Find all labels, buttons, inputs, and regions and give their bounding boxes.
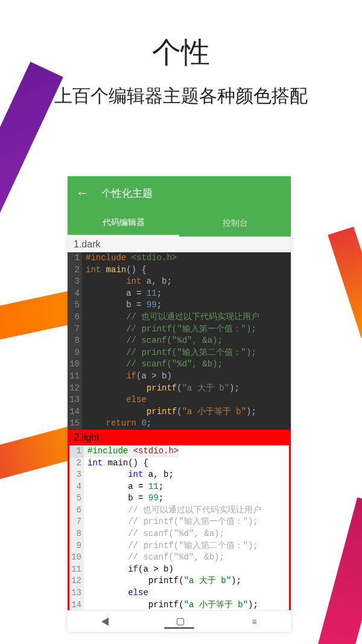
line-number: 15: [68, 418, 82, 430]
theme-dark-section: 1.dark 1#include <stdio.h> 2int main() {…: [68, 237, 291, 430]
tab-code-editor[interactable]: 代码编辑器: [68, 210, 179, 237]
theme-light-section: 2.light 1#include <stdio.h> 2int main() …: [68, 430, 291, 625]
line-number: 6: [69, 505, 84, 517]
theme-dark-label[interactable]: 1.dark: [68, 237, 291, 252]
line-number: 14: [68, 406, 82, 418]
line-number: 13: [68, 394, 82, 406]
line-number: 11: [68, 371, 82, 383]
theme-light-label[interactable]: 2.light: [68, 430, 291, 445]
line-number: 12: [69, 575, 84, 587]
line-number: 3: [69, 469, 84, 481]
line-number: 3: [68, 276, 82, 288]
line-number: 10: [68, 359, 82, 371]
code-dark: 1#include <stdio.h> 2int main() { 3 int …: [68, 252, 291, 430]
line-number: 8: [68, 335, 82, 347]
line-number: 13: [69, 587, 84, 599]
tab-bar: 代码编辑器 控制台: [68, 210, 291, 237]
line-number: 4: [68, 288, 82, 300]
tab-console[interactable]: 控制台: [179, 210, 291, 237]
line-number: 14: [69, 599, 84, 611]
line-number: 9: [69, 540, 84, 552]
line-number: 9: [68, 347, 82, 359]
promo-title: 个性: [0, 33, 362, 72]
promo-subtitle: 上百个编辑器主题各种颜色搭配: [0, 84, 362, 109]
nav-back-icon[interactable]: [101, 617, 109, 626]
nav-recent-icon[interactable]: ≡: [252, 617, 257, 626]
back-icon[interactable]: ←: [76, 185, 89, 201]
line-number: 7: [69, 516, 84, 528]
line-number: 7: [68, 324, 82, 336]
code-light: 1#include <stdio.h> 2int main() { 3 int …: [68, 445, 291, 625]
decoration-orange-2: [328, 226, 362, 338]
line-number: 2: [68, 264, 82, 276]
line-number: 12: [68, 383, 82, 395]
line-number: 1: [68, 252, 82, 264]
android-navbar: ≡: [68, 610, 291, 632]
nav-home-icon[interactable]: [177, 618, 184, 625]
app-title: 个性化主题: [101, 187, 153, 200]
promo-header: 个性 上百个编辑器主题各种颜色搭配: [0, 0, 362, 109]
line-number: 4: [69, 481, 84, 493]
decoration-pink: [314, 497, 362, 644]
line-number: 8: [69, 528, 84, 540]
phone-frame: ← 个性化主题 代码编辑器 控制台 1.dark 1#include <stdi…: [68, 176, 291, 632]
nav-gesture-bar: [164, 627, 194, 629]
line-number: 10: [69, 552, 84, 564]
line-number: 5: [69, 493, 84, 505]
line-number: 1: [69, 445, 84, 457]
app-header: ← 个性化主题: [68, 176, 291, 210]
line-number: 2: [69, 457, 84, 470]
line-number: 5: [68, 299, 82, 311]
line-number: 11: [69, 564, 84, 576]
line-number: 6: [68, 311, 82, 324]
